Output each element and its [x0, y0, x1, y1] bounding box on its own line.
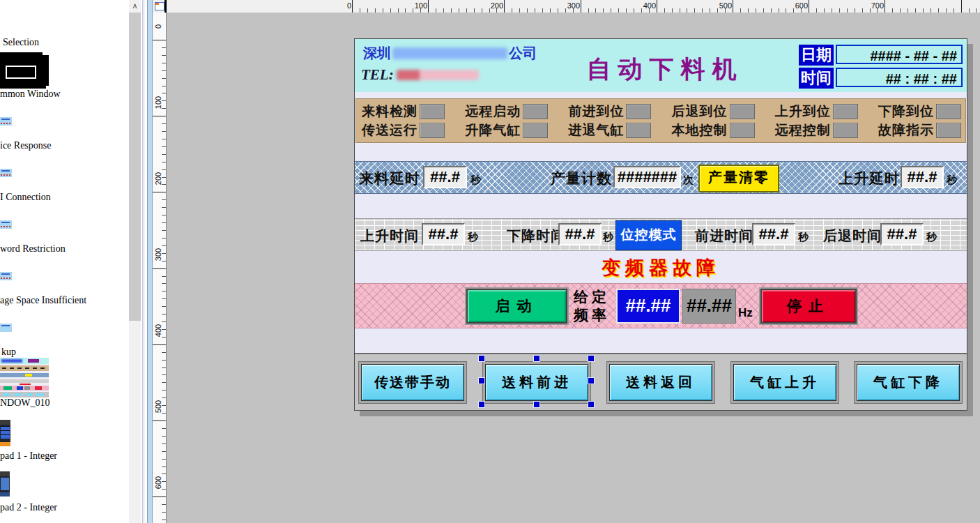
date-label: 日期 [799, 45, 834, 66]
sidebar-scrollbar[interactable]: ∧ [129, 0, 141, 523]
screen-header-band: 深圳 公司 TEL: 自动下料机 日期 #### - ## - ## 时间 ##… [355, 39, 967, 92]
status-lamp[interactable] [833, 104, 858, 119]
unit-seconds: 秒 [468, 231, 478, 244]
back-time-label: 后退时间 [823, 227, 882, 245]
delay-parameter-bar: 来料延时 ##.# 秒 产量计数 ####### 次 产量清零 上升延时 ##.… [355, 161, 967, 194]
feed-delay-input[interactable]: ##.# [423, 166, 467, 188]
tel-text: TEL: [361, 66, 479, 84]
window-thumbnail-storage-space[interactable] [0, 272, 12, 280]
unit-seconds: 秒 [798, 231, 809, 244]
forward-time-input[interactable]: ##.# [752, 223, 795, 245]
window-list-item-label[interactable]: I Connection [0, 192, 51, 203]
window-list-item-label[interactable]: NDOW_010 [0, 397, 50, 409]
scrollbar-thumb[interactable] [129, 13, 141, 321]
selection-handle[interactable] [478, 401, 485, 408]
panel-splitter [144, 0, 144, 523]
time-display[interactable]: ## : ## : ## [836, 68, 963, 87]
rise-delay-label: 上升延时 [839, 169, 900, 188]
ruler-tick-label: 100 [399, 1, 427, 10]
hmi-screen-window-010[interactable]: 深圳 公司 TEL: 自动下料机 日期 #### - ## - ## 时间 ##… [354, 38, 967, 411]
ruler-tick-label: 600 [154, 472, 162, 493]
unit-seconds: 秒 [947, 174, 957, 187]
selection-handle[interactable] [588, 377, 595, 384]
clear-count-button[interactable]: 产量清零 [698, 165, 779, 192]
selection-handle[interactable] [533, 401, 540, 408]
window-list-item-label[interactable]: pad 2 - Integer [0, 502, 57, 513]
window-list-item-label[interactable]: word Restriction [0, 243, 66, 255]
selection-handle[interactable] [588, 401, 595, 408]
ruler-tick-label: 400 [628, 1, 656, 10]
ruler-tick-label: 700 [856, 1, 884, 10]
selection-handle[interactable] [588, 355, 595, 362]
window-thumbnail-common-window[interactable] [0, 52, 49, 89]
company-prefix: 深圳 [363, 44, 391, 63]
status-lamp[interactable] [833, 123, 858, 138]
status-lamp[interactable] [420, 123, 445, 138]
design-canvas[interactable]: 深圳 公司 TEL: 自动下料机 日期 #### - ## - ## 时间 ##… [167, 13, 980, 523]
thumbnail-dash [43, 52, 49, 55]
back-time-input[interactable]: ##.# [880, 223, 924, 245]
status-indicator-label: 前进到位 [568, 103, 624, 121]
manual-button-cylinder-down[interactable]: 气缸下降 [857, 364, 960, 401]
window-list-item-label[interactable]: ice Response [0, 140, 51, 151]
window-thumbnail-password-restriction[interactable] [0, 220, 12, 229]
status-lamp[interactable] [730, 123, 755, 138]
company-name-blur [392, 47, 507, 59]
rise-time-input[interactable]: ##.# [422, 223, 465, 245]
stop-button[interactable]: 停止 [760, 289, 857, 324]
status-lamp[interactable] [523, 123, 548, 138]
status-lamp[interactable] [523, 104, 548, 119]
ruler-tick-label: 400 [154, 320, 162, 341]
production-count-label: 产量计数 [551, 169, 612, 188]
feed-delay-label: 来料延时 [359, 169, 420, 188]
window-thumbnail-backup[interactable] [0, 324, 12, 332]
freq-label-line2: 频率 [574, 306, 610, 324]
window-list-item-label[interactable]: pad 1 - Integer [0, 450, 57, 462]
status-lamp[interactable] [420, 104, 445, 119]
status-lamp[interactable] [936, 123, 961, 138]
fall-time-input[interactable]: ##.# [558, 223, 602, 245]
date-display[interactable]: #### - ## - ## [836, 45, 963, 64]
window-thumbnail-hmi-connection[interactable] [0, 169, 12, 177]
start-button[interactable]: 启动 [466, 289, 567, 324]
window-list-item-label[interactable]: Selection [3, 37, 39, 48]
status-lamp[interactable] [626, 123, 651, 138]
manual-button-feed-return[interactable]: 送料返回 [609, 364, 712, 401]
unit-count: 次 [683, 174, 694, 187]
frequency-set-input[interactable]: ##.## [616, 289, 680, 324]
selection-handle[interactable] [478, 377, 485, 384]
selection-handle[interactable] [478, 355, 485, 362]
selection-handle[interactable] [533, 355, 540, 362]
vertical-ruler: 0 100 200 300 400 500 600 [153, 13, 167, 523]
status-indicator-label: 故障指示 [878, 121, 934, 139]
status-lamp[interactable] [730, 104, 755, 119]
scroll-up-icon[interactable]: ∧ [129, 0, 141, 12]
ruler-tick-label: 300 [552, 1, 580, 10]
unit-seconds: 秒 [926, 231, 937, 244]
ruler-tick-label: 500 [154, 396, 162, 417]
company-name-text: 深圳 公司 [363, 44, 537, 63]
window-list-item-label[interactable]: kup [1, 347, 16, 358]
status-lamp[interactable] [936, 104, 961, 119]
freq-label-line1: 给定 [574, 288, 610, 306]
position-mode-button[interactable]: 位控模式 [615, 220, 682, 250]
window-thumbnail-window-010[interactable] [0, 358, 49, 397]
status-lamp[interactable] [626, 104, 651, 119]
manual-button-feed-forward[interactable]: 送料前进 [485, 364, 588, 401]
window-list-item-label[interactable]: mmon Window [0, 89, 61, 100]
status-indicator-label: 本地控制 [672, 121, 728, 139]
window-thumbnail-device-response[interactable] [0, 117, 12, 126]
window-list-item-label[interactable]: age Space Insufficient [0, 295, 86, 306]
manual-button-conveyor[interactable]: 传送带手动 [361, 364, 464, 401]
window-icon [155, 2, 164, 10]
rise-delay-input[interactable]: ##.# [901, 166, 944, 188]
tel-number-blur [397, 70, 479, 80]
status-indicator-label: 下降到位 [878, 103, 934, 121]
window-thumbnail-keypad2[interactable] [0, 471, 10, 497]
company-suffix: 公司 [509, 44, 537, 63]
production-count-display[interactable]: ####### [613, 166, 681, 188]
manual-button-cylinder-up[interactable]: 气缸上升 [733, 364, 836, 401]
window-thumbnail-keypad1[interactable] [0, 420, 10, 446]
status-indicator-label: 远程启动 [465, 103, 521, 121]
frequency-actual-display[interactable]: ##.## [682, 289, 736, 324]
